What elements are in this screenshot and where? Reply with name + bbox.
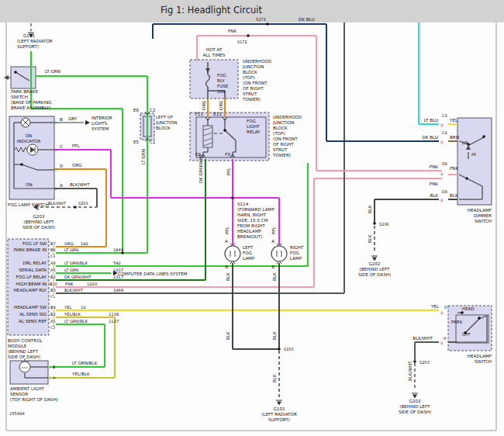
diagram-label: RIGHT bbox=[290, 245, 304, 250]
diagram-label: (LEFT RADIATOR bbox=[261, 412, 297, 417]
diagram-label: ) bbox=[55, 148, 57, 152]
diagram-label: LIGHTS bbox=[91, 121, 108, 126]
diagram-label: LT GRN/BLK bbox=[72, 361, 98, 365]
diagram-label: PNK bbox=[228, 29, 237, 33]
diagram-label: DK GRN/WHT bbox=[64, 275, 91, 279]
diagram-label: FOG bbox=[290, 251, 299, 255]
diagram-label: )( bbox=[440, 199, 444, 202]
diagram-label: SIDE OF DASH) bbox=[8, 355, 40, 359]
diagram-label: A bbox=[225, 239, 228, 244]
diagram-label: B bbox=[60, 117, 63, 122]
diagram-label: ) bbox=[55, 121, 57, 125]
diagram-label: TOWER) bbox=[272, 153, 291, 157]
diagram-label: S253 bbox=[78, 201, 88, 206]
diagram-label: F9 bbox=[225, 152, 230, 157]
diagram-label: JUNCTION bbox=[155, 120, 178, 126]
splice-dot bbox=[413, 360, 416, 363]
diagram-label: DK BLU bbox=[299, 17, 315, 22]
diagram-label: BLK bbox=[368, 234, 372, 243]
diagram-label: G101 bbox=[273, 407, 285, 411]
wiring-diagram-page: Fig 1: Headlight Circuit G101(LEFT RADIA… bbox=[0, 0, 504, 436]
light-sensor-icon bbox=[19, 362, 30, 372]
diagram-label: LEFT bbox=[243, 245, 254, 250]
diagram-label: C2 bbox=[150, 108, 155, 112]
diagram-label: BLOCK bbox=[156, 126, 171, 130]
diagram-label: )( bbox=[440, 341, 444, 345]
splice-dot bbox=[74, 206, 77, 209]
diagram-label: HEADLAMP bbox=[468, 208, 492, 213]
diagram-label: ) bbox=[53, 292, 54, 296]
ground-icon bbox=[277, 402, 281, 406]
diagram-label: FUSE bbox=[217, 84, 229, 88]
diagram-label: S172 bbox=[237, 40, 247, 44]
diagram-label: UNDERHOOD bbox=[243, 59, 271, 64]
diagram-label: DRL RELAY bbox=[22, 261, 47, 265]
diagram-label: RLY bbox=[217, 78, 225, 83]
diagram-label: SWITCH bbox=[475, 219, 492, 223]
diagram-label: ) bbox=[53, 316, 54, 320]
diagram-label: B bbox=[271, 265, 274, 269]
diagram-label: LT GRN bbox=[64, 268, 79, 272]
diagram-label: BLK bbox=[368, 205, 372, 213]
diagram-label: ) bbox=[53, 251, 54, 255]
diagram-label: D bbox=[60, 164, 63, 168]
diagram-label: C4 bbox=[442, 130, 447, 135]
diagram-label: ) bbox=[55, 168, 57, 171]
diagram-label: 1844 bbox=[113, 247, 124, 252]
diagram-label: ) bbox=[53, 279, 54, 282]
diagram-label: 192 bbox=[81, 241, 88, 246]
diagram-label: LO bbox=[462, 140, 468, 145]
headlamp-dimmer-switch-box bbox=[457, 118, 492, 205]
diagram-label: DIMMER bbox=[474, 213, 492, 218]
diagram-label: FOG bbox=[247, 119, 256, 123]
diagram-label: ON bbox=[26, 182, 33, 187]
diagram-label: 1200 bbox=[87, 282, 97, 286]
diagram-label: ORG bbox=[64, 241, 74, 246]
diagram-label: 10A bbox=[217, 89, 226, 94]
underhood-junction-block-fuse-box bbox=[190, 60, 238, 99]
diagram-label: G203 bbox=[33, 214, 44, 219]
diagram-label: B bbox=[53, 365, 56, 369]
fog-lamp-icon bbox=[225, 246, 240, 261]
diagram-label: A bbox=[271, 239, 274, 244]
ground-icon bbox=[372, 258, 377, 261]
diagram-label: OF RIGHT bbox=[273, 142, 294, 147]
diagram-label: )( bbox=[440, 172, 444, 176]
diagram-label: PPL bbox=[72, 144, 81, 148]
diagram-label: D6 bbox=[442, 161, 447, 166]
diagram-label: )( bbox=[440, 123, 444, 127]
park-brake-switch-box bbox=[11, 67, 36, 88]
diagram-label: 1138 bbox=[109, 312, 119, 317]
diagram-label: AL SENS SIG bbox=[19, 312, 47, 317]
diagram-label: HARN, RIGHT bbox=[237, 213, 267, 217]
diagram-label: OF RIGHT bbox=[243, 86, 264, 91]
diagram-label: SERIAL DATA bbox=[19, 268, 47, 272]
diagram-label: HEADLAMP SW bbox=[14, 305, 47, 310]
diagram-label: LAMP bbox=[290, 256, 302, 261]
diagram-label: BLK bbox=[226, 331, 230, 340]
diagram-label: BLK bbox=[272, 331, 277, 340]
diagram-label: LT GRN/BLK bbox=[64, 319, 88, 324]
diagram-label: BRAKE ASSEMBLY) bbox=[11, 106, 50, 110]
diagram-label: YEL/BLK bbox=[64, 312, 81, 317]
diagram-label: YEL bbox=[449, 118, 458, 123]
diagram-label: LT GRN bbox=[141, 149, 146, 164]
splice-dot bbox=[465, 177, 468, 180]
diagram-label: YEL bbox=[430, 304, 440, 309]
diagram-label: PNK bbox=[450, 166, 459, 171]
diagram-label: UNDERHOOD bbox=[273, 115, 302, 119]
diagram-label: STRUT bbox=[273, 147, 288, 152]
diagram-label: LT GRN bbox=[45, 69, 60, 74]
diagram-label: C1 bbox=[150, 140, 156, 144]
diagram-label: E5 bbox=[133, 140, 140, 144]
diagram-label: ALL TIMES bbox=[203, 53, 226, 57]
diagram-label: S114 bbox=[237, 202, 249, 206]
diagram-label: ) bbox=[53, 323, 54, 327]
diagram-label: SIDE, 15.5 CM bbox=[237, 218, 268, 223]
diagram-label: G202 bbox=[368, 261, 380, 266]
diagram-label: BLK bbox=[272, 272, 277, 281]
fog-lamp-icon bbox=[271, 246, 287, 261]
diagram-label: (TOP) bbox=[243, 75, 255, 80]
diagram-label: E8 bbox=[133, 108, 140, 112]
diagram-label: ORG bbox=[72, 163, 82, 168]
